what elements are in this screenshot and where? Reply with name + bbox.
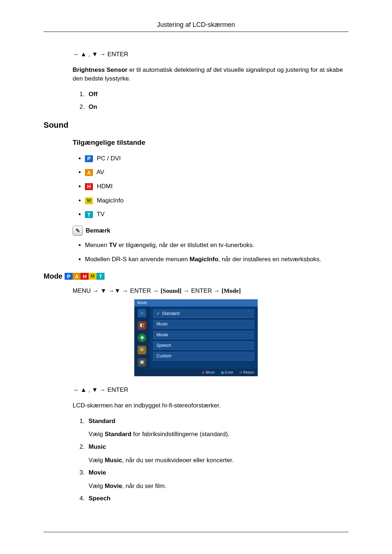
osd-footer-return: Return <box>239 370 254 376</box>
mode-item-music-desc: Vælg Music, når du ser musikvideoer elle… <box>89 456 348 465</box>
badge-a-icon: A <box>73 273 81 280</box>
mode-item-music: Music Vælg Music, når du ser musikvideoe… <box>86 443 348 465</box>
osd-panel: Mode ☼ ◧ ◉ ⚙ ▣ ✔Standard Music Movie Spe… <box>134 299 258 376</box>
notes-list: Menuen TV er tilgængelig, når der er til… <box>73 241 348 264</box>
badge-h-icon: H <box>81 273 89 280</box>
mode-item-music-post: , når du ser musikvideoer eller koncerte… <box>122 457 234 464</box>
osd-opt-music-label: Music <box>156 321 168 327</box>
sound-heading: Sound <box>44 119 348 131</box>
mode-pc-dvi-label: PC / DVI <box>95 155 121 162</box>
note-icon: ✎ <box>73 226 83 236</box>
osd-opt-custom: Custom <box>153 352 254 360</box>
mode-item-music-title: Music <box>89 443 348 452</box>
osd-opt-speech-label: Speech <box>156 342 171 349</box>
brightness-desc: Brightness Sensor er til automatisk dete… <box>73 66 348 83</box>
brightness-option-on-label: On <box>89 103 97 110</box>
note-tv-bold: TV <box>109 242 117 249</box>
osd-opt-music: Music <box>153 320 254 328</box>
menu-path: MENU → ▼ →▼ → ENTER → [Sound] → ENTER → … <box>73 287 348 296</box>
mode-item-music-b: Music <box>105 457 122 464</box>
note-tv-pre: Menuen <box>85 242 109 249</box>
mode-av-label: AV <box>95 169 104 176</box>
badge-p-icon: P <box>65 273 73 280</box>
note-mi-pre: Modellen DR-S kan anvende menuen <box>85 256 189 263</box>
osd-icon-5: ▣ <box>138 358 146 367</box>
osd-icon-1: ☼ <box>138 309 146 317</box>
osd-footer-enter: Enter <box>221 370 234 376</box>
note-mi-bold: MagicInfo <box>189 256 218 263</box>
available-modes-heading: Tilgængelige tilstande <box>73 138 348 148</box>
mode-item-standard-post: for fabriksindstillingerne (standard). <box>131 431 229 438</box>
badge-p-icon: P <box>85 155 93 162</box>
note-row: ✎ Bemærk <box>73 226 348 236</box>
mode-tv-label: TV <box>95 211 105 218</box>
osd-body: ☼ ◧ ◉ ⚙ ▣ ✔Standard Music Movie Speech C… <box>134 307 258 369</box>
note-magicinfo: Modellen DR-S kan anvende menuen MagicIn… <box>85 255 348 264</box>
mode-magicinfo-label: MagicInfo <box>95 197 123 204</box>
mode-item-standard-b: Standard <box>105 431 131 438</box>
osd-icon-column: ☼ ◧ ◉ ⚙ ▣ <box>134 307 150 369</box>
badge-t-icon: T <box>85 211 93 218</box>
mode-item-music-pre: Vælg <box>89 457 105 464</box>
mode-tv: T TV <box>85 210 348 219</box>
osd-icon-3: ◉ <box>138 333 146 342</box>
osd-opt-movie-label: Movie <box>156 332 168 338</box>
mode-item-standard: Standard Vælg Standard for fabriksindsti… <box>86 417 348 439</box>
mode-hdmi-label: HDMI <box>95 183 113 190</box>
brightness-option-on: On <box>86 103 348 112</box>
osd-footer-move: Move <box>202 370 215 376</box>
osd-title: Mode <box>134 299 258 307</box>
mode-item-movie: Movie Vælg Movie, når du ser film. <box>86 468 348 491</box>
badge-m-icon: M <box>85 197 93 204</box>
mode-pc-dvi: P PC / DVI <box>85 154 348 163</box>
osd-opt-standard: ✔Standard <box>153 309 254 318</box>
osd-footer: Move Enter Return <box>134 369 258 377</box>
menu-path-p2: → ENTER → <box>181 287 222 294</box>
mode-heading: Mode P A H M T <box>44 271 348 282</box>
badge-a-icon: A <box>85 169 93 176</box>
menu-path-sound: [Sound] <box>160 287 181 294</box>
brightness-option-off: Off <box>86 90 348 99</box>
mode-item-movie-desc: Vælg Movie, når du ser film. <box>89 482 348 491</box>
brightness-sensor-label: Brightness Sensor <box>73 66 127 73</box>
osd-opt-standard-label: Standard <box>162 311 180 317</box>
mode-item-movie-pre: Vælg <box>89 483 105 489</box>
available-modes-list: P PC / DVI A AV H HDMI M MagicInfo T TV <box>73 154 348 219</box>
mode-item-standard-desc: Vælg Standard for fabriksindstillingerne… <box>89 430 348 439</box>
mode-heading-text: Mode <box>44 271 62 282</box>
mode-nav: → ▲ , ▼ → ENTER <box>73 386 348 395</box>
note-tv-post: er tilgængelig, når der er tilsluttet en… <box>117 242 254 249</box>
mode-av: A AV <box>85 168 348 177</box>
mode-item-speech-title: Speech <box>89 494 348 503</box>
osd-icon-2: ◧ <box>138 321 146 330</box>
menu-path-mode: [Mode] <box>222 287 241 294</box>
mode-item-movie-title: Movie <box>89 468 348 477</box>
note-label: Bemærk <box>86 226 110 235</box>
note-tv: Menuen TV er tilgængelig, når der er til… <box>85 241 348 250</box>
osd-opt-speech: Speech <box>153 341 254 350</box>
menu-path-p1: MENU → ▼ →▼ → ENTER → <box>73 287 160 294</box>
mode-items: Standard Vælg Standard for fabriksindsti… <box>73 417 348 503</box>
mode-item-standard-title: Standard <box>89 417 348 426</box>
badge-m-icon: M <box>89 273 97 280</box>
page-header: Justering af LCD-skærmen <box>44 20 348 32</box>
mode-item-movie-post: , når du ser film. <box>122 483 167 489</box>
page: Justering af LCD-skærmen → ▲ , ▼ → ENTER… <box>0 0 392 554</box>
badge-t-icon: T <box>97 273 105 280</box>
brightness-nav: → ▲ , ▼ → ENTER <box>73 50 348 59</box>
mode-item-speech: Speech <box>86 494 348 503</box>
mode-intro: LCD-skærmen har en indbygget hi-fi-stere… <box>73 401 348 410</box>
mode-hdmi: H HDMI <box>85 182 348 191</box>
brightness-options: Off On <box>73 90 348 111</box>
mode-item-movie-b: Movie <box>105 483 122 489</box>
mode-item-standard-pre: Vælg <box>89 431 105 438</box>
footer-rule <box>44 532 348 532</box>
mode-magicinfo: M MagicInfo <box>85 196 348 205</box>
note-mi-post: , når der installeres en netværksboks. <box>219 256 321 263</box>
badge-h-icon: H <box>85 183 93 190</box>
osd-icon-4: ⚙ <box>138 346 146 354</box>
mode-badge-row: P A H M T <box>65 273 105 280</box>
osd-options: ✔Standard Music Movie Speech Custom <box>150 307 258 369</box>
osd-screenshot: Mode ☼ ◧ ◉ ⚙ ▣ ✔Standard Music Movie Spe… <box>44 299 348 376</box>
brightness-option-off-label: Off <box>89 91 98 98</box>
